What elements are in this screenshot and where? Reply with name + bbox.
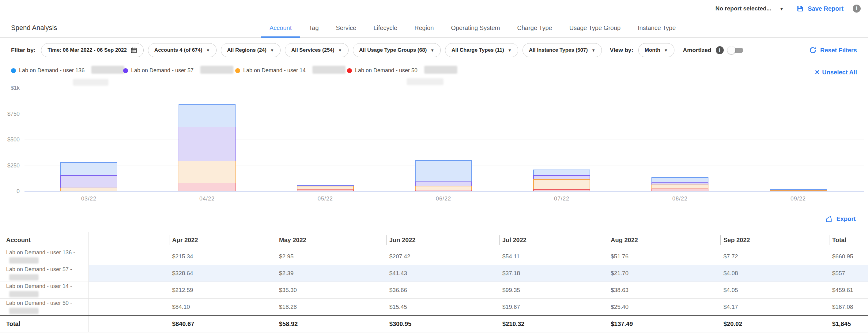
column-header-jul-2022: Jul 2022 xyxy=(499,232,608,248)
legend-item-lab-on-demand-user-136[interactable]: Lab on Demand - user 136 xyxy=(11,67,124,74)
gridline xyxy=(25,88,864,88)
stacked-bar-05-22[interactable] xyxy=(297,185,354,191)
y-axis-tick-label: $250 xyxy=(0,162,20,169)
info-icon[interactable]: i xyxy=(853,5,861,12)
chevron-down-icon: ▼ xyxy=(779,6,784,11)
bar-segment-lab-on-demand-user-50[interactable] xyxy=(533,189,590,191)
value-cell: $18.28 xyxy=(276,299,386,315)
bar-segment-lab-on-demand-user-50[interactable] xyxy=(415,190,472,191)
bar-segment-lab-on-demand-user-57[interactable] xyxy=(415,181,472,186)
value-cell: $41.43 xyxy=(386,265,499,281)
export-button[interactable]: Export xyxy=(825,215,856,223)
redacted-text-blur xyxy=(9,308,39,314)
tab-tag[interactable]: Tag xyxy=(300,25,327,38)
save-report-button[interactable]: Save Report xyxy=(796,5,843,12)
bar-segment-lab-on-demand-user-14[interactable] xyxy=(297,186,354,190)
filter-pill-time[interactable]: Time: 06 Mar 2022 - 06 Sep 2022 xyxy=(41,43,144,57)
value-cell: $660.95 xyxy=(829,248,868,265)
caret-down-icon: ▼ xyxy=(270,48,274,52)
account-cell: Lab on Demand - user 57 - xyxy=(0,265,89,281)
view-by-dropdown[interactable]: Month ▼ xyxy=(638,43,675,57)
legend-dot xyxy=(235,68,240,73)
amortized-toggle[interactable] xyxy=(727,46,743,54)
legend-dot xyxy=(11,68,16,73)
legend-item-lab-on-demand-user-14[interactable]: Lab on Demand - user 14 xyxy=(235,67,345,74)
legend-item-lab-on-demand-user-57[interactable]: Lab on Demand - user 57 xyxy=(123,67,234,74)
x-axis-tick-label: 05/22 xyxy=(301,196,350,202)
redacted-text-blur xyxy=(312,66,345,74)
filter-pill-label: All Charge Types (11) xyxy=(452,47,504,53)
y-axis-tick-label: $750 xyxy=(0,110,20,117)
bar-segment-lab-on-demand-user-57[interactable] xyxy=(60,175,117,188)
stacked-bar-04-22[interactable] xyxy=(179,103,236,191)
filter-pill-all-usage-type-groups-68[interactable]: All Usage Type Groups (68)▼ xyxy=(353,43,441,57)
stacked-bar-07-22[interactable] xyxy=(533,169,590,191)
filter-pill-label: All Usage Type Groups (68) xyxy=(359,47,427,53)
filter-pill-all-instance-types-507[interactable]: All Instance Types (507)▼ xyxy=(523,43,602,57)
tab-charge-type[interactable]: Charge Type xyxy=(509,25,561,38)
caret-down-icon: ▼ xyxy=(338,48,342,52)
column-spacer xyxy=(89,232,169,248)
page-title: Spend Analysis xyxy=(11,24,57,32)
value-cell: $215.34 xyxy=(169,248,276,265)
bar-segment-lab-on-demand-user-14[interactable] xyxy=(533,179,590,190)
column-divider xyxy=(386,235,386,245)
table-row: Lab on Demand - user 136 -$215.34$2.95$2… xyxy=(0,248,868,265)
row-spacer xyxy=(89,282,169,298)
bar-segment-lab-on-demand-user-14[interactable] xyxy=(179,161,236,183)
column-divider xyxy=(720,235,721,245)
bar-segment-lab-on-demand-user-14[interactable] xyxy=(60,188,117,191)
tab-region[interactable]: Region xyxy=(406,25,442,38)
stacked-bar-06-22[interactable] xyxy=(415,160,472,191)
bar-segment-lab-on-demand-user-14[interactable] xyxy=(415,186,472,190)
tab-operating-system[interactable]: Operating System xyxy=(442,25,508,38)
bar-segment-lab-on-demand-user-136[interactable] xyxy=(533,170,590,175)
unselect-all-button[interactable]: ✕ Unselect All xyxy=(814,69,857,76)
bar-segment-lab-on-demand-user-14[interactable] xyxy=(651,185,708,189)
bar-segment-lab-on-demand-user-136[interactable] xyxy=(297,185,354,186)
bar-segment-lab-on-demand-user-136[interactable] xyxy=(179,104,236,127)
report-selector-dropdown[interactable]: No report selected... ▼ xyxy=(715,5,784,12)
legend-item-lab-on-demand-user-50[interactable]: Lab on Demand - user 50 xyxy=(347,67,457,74)
spend-bar-chart: $1k$750$500$2500 03/2204/2205/2206/2207/… xyxy=(0,88,868,210)
value-cell: $167.08 xyxy=(829,299,868,315)
filter-pill-all-services-254[interactable]: All Services (254)▼ xyxy=(285,43,348,57)
tab-service[interactable]: Service xyxy=(328,25,365,38)
tab-instance-type[interactable]: Instance Type xyxy=(629,25,684,38)
account-cell: Lab on Demand - user 136 - xyxy=(0,248,89,265)
bar-segment-lab-on-demand-user-136[interactable] xyxy=(651,177,708,182)
tab-lifecycle[interactable]: Lifecycle xyxy=(365,25,406,38)
table-header-row: AccountApr 2022May 2022Jun 2022Jul 2022A… xyxy=(0,232,868,248)
bar-segment-lab-on-demand-user-136[interactable] xyxy=(60,162,117,175)
column-divider xyxy=(276,235,276,245)
value-cell: $15.45 xyxy=(386,299,499,315)
stacked-bar-03-22[interactable] xyxy=(60,162,117,191)
bar-segment-lab-on-demand-user-50[interactable] xyxy=(651,189,708,191)
bar-segment-lab-on-demand-user-136[interactable] xyxy=(415,160,472,181)
account-name: Lab on Demand - user 136 - xyxy=(6,249,89,256)
bar-segment-lab-on-demand-user-50[interactable] xyxy=(179,183,236,191)
filter-pill-all-charge-types-11[interactable]: All Charge Types (11)▼ xyxy=(445,43,518,57)
y-axis-tick-label: $500 xyxy=(0,136,20,143)
stacked-bar-08-22[interactable] xyxy=(651,176,708,191)
filter-pill-accounts-4-of-674[interactable]: Accounts 4 (of 674)▼ xyxy=(148,43,217,57)
column-header-jun-2022: Jun 2022 xyxy=(386,232,499,248)
export-icon xyxy=(825,215,833,223)
bar-segment-lab-on-demand-user-57[interactable] xyxy=(533,175,590,179)
redacted-text-blur xyxy=(424,66,457,74)
amortized-info-icon[interactable]: i xyxy=(716,46,724,54)
bar-segment-lab-on-demand-user-136[interactable] xyxy=(770,189,827,190)
calendar-icon xyxy=(130,47,137,54)
caret-down-icon: ▼ xyxy=(508,48,512,52)
filter-pill-all-regions-24[interactable]: All Regions (24)▼ xyxy=(221,43,281,57)
bar-segment-lab-on-demand-user-57[interactable] xyxy=(651,182,708,185)
tab-account[interactable]: Account xyxy=(261,25,300,38)
tab-usage-type-group[interactable]: Usage Type Group xyxy=(561,25,629,38)
bar-segment-lab-on-demand-user-50[interactable] xyxy=(297,190,354,191)
reset-filters-button[interactable]: Reset Filters xyxy=(809,46,857,54)
stacked-bar-09-22[interactable] xyxy=(770,189,827,191)
column-header-total: Total xyxy=(829,232,868,248)
x-axis-line xyxy=(25,191,864,192)
column-header-may-2022: May 2022 xyxy=(276,232,386,248)
bar-segment-lab-on-demand-user-57[interactable] xyxy=(179,127,236,161)
